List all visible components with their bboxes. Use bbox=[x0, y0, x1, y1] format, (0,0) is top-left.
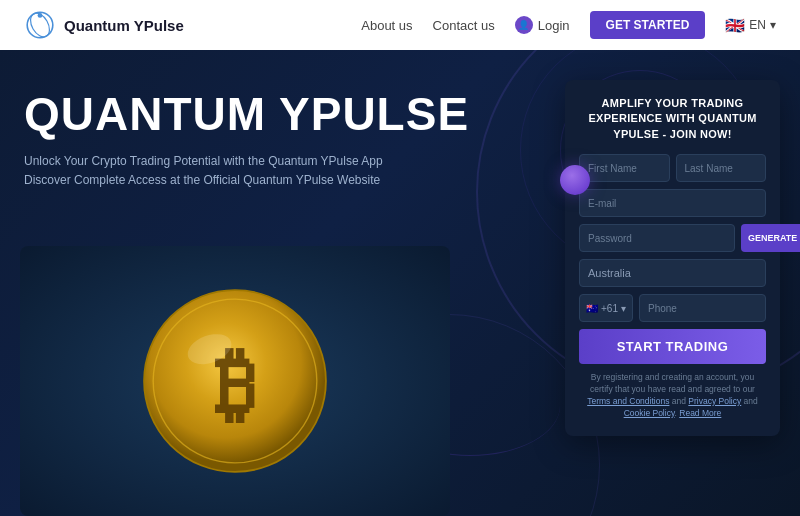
start-trading-button[interactable]: START TRADING bbox=[579, 329, 766, 364]
form-panel: AMPLIFY YOUR TRADING EXPERIENCE WITH QUA… bbox=[565, 80, 780, 436]
terms-link[interactable]: Terms and Conditions bbox=[587, 396, 669, 406]
get-started-button[interactable]: GET STARTED bbox=[590, 11, 706, 39]
cookie-link[interactable]: Cookie Policy bbox=[624, 408, 675, 418]
phone-input[interactable] bbox=[639, 294, 766, 322]
last-name-input[interactable] bbox=[676, 154, 767, 182]
logo-icon bbox=[24, 9, 56, 41]
sphere-decoration bbox=[560, 165, 590, 195]
navbar: Quantum YPulse About us Contact us 👤 Log… bbox=[0, 0, 800, 50]
country-input[interactable] bbox=[579, 259, 766, 287]
form-disclaimer: By registering and creating an account, … bbox=[579, 372, 766, 420]
country-code-selector[interactable]: 🇦🇺 +61 ▾ bbox=[579, 294, 633, 322]
first-name-input[interactable] bbox=[579, 154, 670, 182]
email-row bbox=[579, 189, 766, 217]
generate-password-button[interactable]: GENERATE PASSWORDS bbox=[741, 224, 800, 252]
read-more-link[interactable]: Read More bbox=[679, 408, 721, 418]
lang-label: EN bbox=[749, 18, 766, 32]
country-row bbox=[579, 259, 766, 287]
nav-login[interactable]: 👤 Login bbox=[515, 16, 570, 34]
password-row: GENERATE PASSWORDS bbox=[579, 224, 766, 252]
nav-about[interactable]: About us bbox=[361, 18, 412, 33]
bitcoin-coin-svg: ₿ bbox=[135, 281, 335, 481]
email-input[interactable] bbox=[579, 189, 766, 217]
flag-icon: 🇬🇧 bbox=[725, 16, 745, 35]
name-row bbox=[579, 154, 766, 182]
svg-point-2 bbox=[38, 13, 43, 18]
chevron-down-icon: ▾ bbox=[770, 18, 776, 32]
au-flag-icon: 🇦🇺 bbox=[586, 303, 598, 314]
login-icon: 👤 bbox=[515, 16, 533, 34]
privacy-link[interactable]: Privacy Policy bbox=[688, 396, 741, 406]
chevron-down-icon: ▾ bbox=[621, 303, 626, 314]
bitcoin-image: ₿ bbox=[20, 246, 450, 516]
logo-text: Quantum YPulse bbox=[64, 17, 184, 34]
country-code-value: +61 bbox=[601, 303, 618, 314]
login-label: Login bbox=[538, 18, 570, 33]
nav-links: About us Contact us 👤 Login GET STARTED … bbox=[361, 11, 776, 39]
form-title: AMPLIFY YOUR TRADING EXPERIENCE WITH QUA… bbox=[579, 96, 766, 142]
logo[interactable]: Quantum YPulse bbox=[24, 9, 184, 41]
password-input[interactable] bbox=[579, 224, 735, 252]
nav-contact[interactable]: Contact us bbox=[433, 18, 495, 33]
hero-section: QUANTUM YPULSE Unlock Your Crypto Tradin… bbox=[0, 50, 800, 516]
phone-row: 🇦🇺 +61 ▾ bbox=[579, 294, 766, 322]
language-selector[interactable]: 🇬🇧 EN ▾ bbox=[725, 16, 776, 35]
